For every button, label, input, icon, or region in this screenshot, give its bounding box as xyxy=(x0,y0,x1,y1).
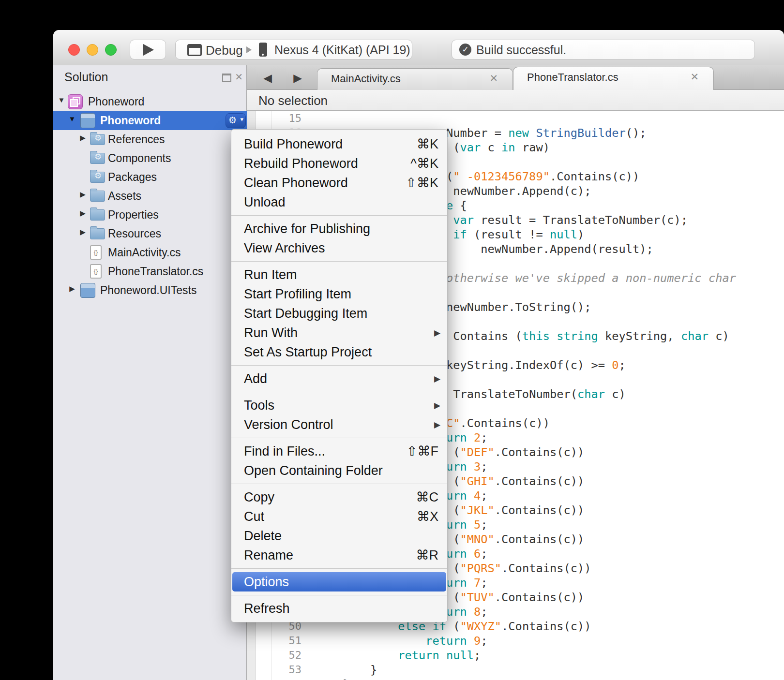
code-text: } xyxy=(315,677,349,680)
expand-arrow-icon[interactable]: ▶ xyxy=(78,228,87,237)
menu-item-shortcut: ⌘X xyxy=(417,507,438,526)
menu-item-start-profiling-item[interactable]: Start Profiling Item xyxy=(231,284,447,304)
menu-item-tools[interactable]: Tools▶ xyxy=(231,396,447,415)
build-status-text: Build successful. xyxy=(476,43,566,57)
menu-item-rename[interactable]: Rename⌘R xyxy=(231,546,447,565)
menu-item-label: Cut xyxy=(244,509,264,524)
menu-item-version-control[interactable]: Version Control▶ xyxy=(231,415,447,434)
menu-item-rebuild-phoneword[interactable]: Rebuild Phoneword^⌘K xyxy=(231,154,447,173)
menu-item-start-debugging-item[interactable]: Start Debugging Item xyxy=(231,304,447,323)
menu-item-label: Options xyxy=(244,575,289,589)
menu-separator xyxy=(231,261,447,262)
menu-separator xyxy=(231,392,447,392)
tree-item-label: Phoneword.UITests xyxy=(100,284,196,297)
menu-item-options[interactable]: Options xyxy=(232,572,446,591)
menu-item-set-as-startup-project[interactable]: Set As Startup Project xyxy=(231,342,447,362)
editor-tab-bar: ◀ ▶ MainActivity.cs ✕ PhoneTranslator.cs… xyxy=(247,65,784,90)
tree-item-label: Assets xyxy=(108,190,141,203)
tab-mainactivity[interactable]: MainActivity.cs ✕ xyxy=(317,68,513,90)
tab-label: PhoneTranslator.cs xyxy=(527,71,618,84)
navigate-back-button[interactable]: ◀ xyxy=(259,70,276,86)
window-close-button[interactable] xyxy=(68,44,80,56)
menu-item-label: Run Item xyxy=(244,267,297,282)
build-status-bar: ✓ Build successful. xyxy=(452,40,755,59)
configuration-label: Debug xyxy=(206,43,243,58)
build-success-icon: ✓ xyxy=(459,44,471,56)
expand-arrow-icon[interactable]: ▶ xyxy=(78,190,87,199)
tab-label: MainActivity.cs xyxy=(331,73,401,85)
menu-item-open-containing-folder[interactable]: Open Containing Folder xyxy=(231,461,447,480)
file-icon: {} xyxy=(90,245,102,260)
expand-arrow-icon[interactable]: ▶ xyxy=(78,133,87,142)
tree-item-label: PhoneTranslator.cs xyxy=(108,265,203,278)
menu-item-shortcut: ⌘K xyxy=(417,134,438,154)
menu-item-add[interactable]: Add▶ xyxy=(231,369,447,388)
navigate-forward-button[interactable]: ▶ xyxy=(289,70,306,86)
code-line: 53 } xyxy=(247,663,784,677)
tree-item-packages[interactable]: ⚙Packages xyxy=(53,168,247,187)
menu-item-copy[interactable]: Copy⌘C xyxy=(231,488,447,507)
menu-item-label: Find in Files... xyxy=(244,444,325,458)
solution-pad: Solution ✕ ▼Phoneword▼Phoneword⚙▾▶⚙Refer… xyxy=(53,65,247,680)
tree-item-phoneword-uitests[interactable]: ▶Phoneword.UITests xyxy=(53,281,247,300)
tree-item-phoneword[interactable]: ▼Phoneword⚙▾ xyxy=(53,111,247,130)
code-line: 51 return 9; xyxy=(247,634,784,648)
close-pad-icon[interactable]: ✕ xyxy=(235,71,243,83)
toolbar: Debug Nexus 4 (KitKat) (API 19) ✓ Build … xyxy=(53,30,784,66)
menu-item-shortcut: ⌘R xyxy=(416,546,439,565)
collapse-arrow-icon[interactable]: ▼ xyxy=(57,96,66,104)
float-pad-icon[interactable] xyxy=(222,74,231,82)
build-configuration-selector[interactable]: Debug Nexus 4 (KitKat) (API 19) xyxy=(175,40,412,59)
menu-item-label: View Archives xyxy=(244,241,325,255)
tree-item-label: Properties xyxy=(108,208,159,222)
menu-item-label: Tools xyxy=(244,398,274,413)
expand-arrow-icon[interactable]: ▶ xyxy=(68,284,76,293)
menu-item-run-with[interactable]: Run With▶ xyxy=(231,323,447,342)
tree-item-label: Resources xyxy=(108,227,161,240)
menu-item-label: Refresh xyxy=(244,601,290,616)
tree-item-label: References xyxy=(108,133,165,146)
line-number: 52 xyxy=(269,648,302,663)
folder-gear-icon: ⚙ xyxy=(90,153,105,164)
tree-item-phoneword-solution[interactable]: ▼Phoneword xyxy=(53,92,247,111)
tree-item-phonetranslator-cs[interactable]: {}PhoneTranslator.cs xyxy=(53,262,247,281)
window-zoom-button[interactable] xyxy=(105,44,117,56)
tree-item-references[interactable]: ▶⚙References xyxy=(53,130,247,149)
menu-item-label: Delete xyxy=(244,529,282,543)
project-gear-menu-button[interactable]: ⚙▾ xyxy=(226,113,246,128)
menu-item-build-phoneword[interactable]: Build Phoneword⌘K xyxy=(231,134,447,154)
selector-separator-icon xyxy=(246,46,252,53)
line-number: 15 xyxy=(269,111,302,126)
expand-arrow-icon[interactable]: ▶ xyxy=(78,209,87,218)
menu-item-delete[interactable]: Delete xyxy=(231,526,447,546)
menu-item-refresh[interactable]: Refresh xyxy=(231,599,447,618)
menu-item-clean-phoneword[interactable]: Clean Phoneword⇧⌘K xyxy=(231,173,447,192)
tree-item-mainactivity-cs[interactable]: {}MainActivity.cs xyxy=(53,243,247,262)
menu-item-view-archives[interactable]: View Archives xyxy=(231,238,447,258)
pad-title: Solution xyxy=(64,70,108,84)
window-minimize-button[interactable] xyxy=(87,44,98,56)
menu-separator xyxy=(231,365,447,366)
submenu-arrow-icon: ▶ xyxy=(434,324,440,343)
menu-separator xyxy=(231,215,447,216)
tab-phonetranslator[interactable]: PhoneTranslator.cs ✕ xyxy=(513,67,714,90)
menu-item-run-item[interactable]: Run Item xyxy=(231,265,447,284)
solution-icon xyxy=(68,94,83,109)
tree-item-label: Packages xyxy=(108,171,157,184)
menu-item-cut[interactable]: Cut⌘X xyxy=(231,507,447,526)
run-button[interactable] xyxy=(130,40,166,59)
menu-item-label: Copy xyxy=(244,490,274,504)
menu-item-archive-for-publishing[interactable]: Archive for Publishing xyxy=(231,219,447,238)
menu-item-find-in-files[interactable]: Find in Files...⇧⌘F xyxy=(231,442,447,461)
submenu-arrow-icon: ▶ xyxy=(434,370,440,389)
tree-item-resources[interactable]: ▶Resources xyxy=(53,224,247,243)
tree-item-assets[interactable]: ▶Assets xyxy=(53,187,247,206)
close-icon[interactable]: ✕ xyxy=(690,71,699,83)
play-icon xyxy=(143,44,154,56)
tree-item-components[interactable]: ⚙Components xyxy=(53,149,247,168)
code-text: return null; xyxy=(315,648,481,663)
tree-item-properties[interactable]: ▶Properties xyxy=(53,206,247,224)
menu-item-unload[interactable]: Unload xyxy=(231,192,447,212)
collapse-arrow-icon[interactable]: ▼ xyxy=(68,115,76,123)
close-icon[interactable]: ✕ xyxy=(489,73,498,84)
